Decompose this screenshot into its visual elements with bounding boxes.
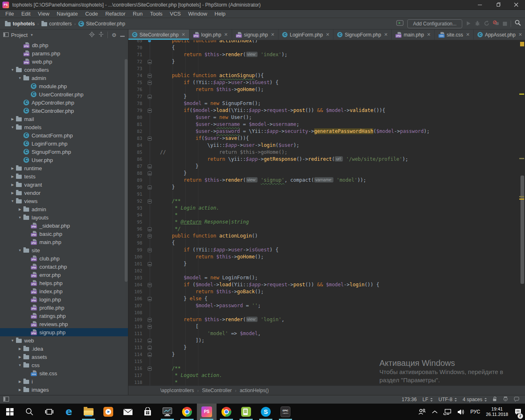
menu-window[interactable]: Window bbox=[185, 11, 211, 17]
menu-run[interactable]: Run bbox=[129, 11, 146, 17]
tree-item-site[interactable]: ▼site bbox=[0, 246, 128, 254]
collapse-all-icon[interactable] bbox=[98, 32, 104, 38]
chevron-down-icon[interactable]: ▼ bbox=[9, 339, 16, 342]
chevron-right-icon[interactable]: ▶ bbox=[9, 175, 16, 178]
encoding-selector[interactable]: UTF-8 bbox=[438, 397, 457, 402]
tree-item-layouts[interactable]: ▼layouts bbox=[0, 213, 128, 221]
fold-end-icon[interactable] bbox=[148, 346, 152, 350]
taskbar-edge[interactable]: e bbox=[59, 404, 79, 420]
taskbar-store[interactable] bbox=[138, 404, 158, 420]
fold-end-icon[interactable] bbox=[148, 164, 152, 169]
language-indicator[interactable]: РУС bbox=[468, 404, 483, 420]
chevron-down-icon[interactable]: ▼ bbox=[16, 216, 23, 219]
chevron-right-icon[interactable]: ▶ bbox=[16, 388, 23, 392]
fold-end-icon[interactable] bbox=[148, 262, 152, 266]
fold-end-icon[interactable] bbox=[148, 185, 152, 189]
tree-item-controllers[interactable]: ▼controllers bbox=[0, 66, 128, 74]
tree-item-i[interactable]: ▶i bbox=[0, 377, 128, 386]
tree-item-tests[interactable]: ▶tests bbox=[0, 172, 128, 180]
tree-item-images[interactable]: ▶images bbox=[0, 386, 128, 394]
menu-edit[interactable]: Edit bbox=[18, 11, 34, 17]
breadcrumb-item-SiteController.php[interactable]: CSiteController.php bbox=[78, 21, 125, 27]
inspection-profile-icon[interactable] bbox=[503, 396, 508, 403]
editor-scrollbar-thumb[interactable] bbox=[520, 176, 524, 284]
fold-end-icon[interactable] bbox=[148, 297, 152, 301]
taskbar-skype[interactable]: S bbox=[256, 404, 276, 420]
fold-start-icon[interactable] bbox=[148, 109, 152, 113]
taskbar-phpstorm[interactable]: PS bbox=[197, 404, 217, 420]
toggle-tool-windows-icon[interactable] bbox=[3, 397, 9, 403]
chevron-down-icon[interactable]: ▼ bbox=[9, 68, 16, 72]
code-editor[interactable]: 69 public function actionIndex()70 {71 r… bbox=[128, 40, 525, 386]
fold-end-icon[interactable] bbox=[148, 95, 152, 99]
tree-item-site.css[interactable]: csssite.css bbox=[0, 369, 128, 377]
chevron-down-icon[interactable]: ▼ bbox=[16, 363, 23, 367]
indent-selector[interactable]: 4 spaces bbox=[463, 397, 487, 402]
fold-start-icon[interactable] bbox=[148, 283, 152, 287]
breadcrumb-item-controllers[interactable]: controllers bbox=[41, 21, 72, 27]
chevron-right-icon[interactable]: ▶ bbox=[9, 167, 16, 170]
fold-end-icon[interactable] bbox=[148, 339, 152, 343]
fold-start-icon[interactable] bbox=[148, 74, 152, 78]
menu-code[interactable]: Code bbox=[82, 11, 102, 17]
tree-item-web.php[interactable]: phpweb.php bbox=[0, 57, 128, 66]
close-tab-icon[interactable]: ✕ bbox=[518, 32, 522, 37]
method-marker-icon[interactable] bbox=[148, 40, 151, 42]
chevron-down-icon[interactable]: ▼ bbox=[9, 199, 16, 203]
volume-icon[interactable] bbox=[454, 404, 468, 420]
tree-item-db.php[interactable]: phpdb.php bbox=[0, 41, 128, 49]
tree-item-assets[interactable]: ▶assets bbox=[0, 353, 128, 361]
tree-item-views[interactable]: ▼views bbox=[0, 197, 128, 205]
taskbar-search[interactable] bbox=[20, 404, 39, 420]
minimize-button[interactable] bbox=[471, 0, 489, 9]
menu-navigate[interactable]: Navigate bbox=[53, 11, 81, 17]
tree-item-main.php[interactable]: phpmain.php bbox=[0, 238, 128, 246]
editor-tab-login.php[interactable]: phplogin.php✕ bbox=[189, 30, 232, 40]
tree-item-User.php[interactable]: CUser.php bbox=[0, 156, 128, 164]
tree-item-runtime[interactable]: ▶runtime bbox=[0, 164, 128, 172]
editor-tab-SiteController.php[interactable]: CSiteController.php✕ bbox=[128, 30, 189, 40]
readonly-lock-icon[interactable] bbox=[493, 397, 497, 403]
editor-tab-SignupForm.php[interactable]: CSignupForm.php✕ bbox=[333, 30, 392, 40]
tree-item-params.php[interactable]: phpparams.php bbox=[0, 49, 128, 57]
chevron-right-icon[interactable]: ▶ bbox=[9, 191, 16, 195]
tree-item-SignupForm.php[interactable]: CSignupForm.php bbox=[0, 148, 128, 156]
editor-tab-signup.php[interactable]: phpsignup.php✕ bbox=[232, 30, 279, 40]
maximize-button[interactable] bbox=[489, 0, 507, 9]
tree-item-login.php[interactable]: phplogin.php bbox=[0, 295, 128, 304]
tree-item-models[interactable]: ▼models bbox=[0, 123, 128, 131]
fold-start-icon[interactable] bbox=[148, 367, 152, 371]
fold-start-icon[interactable] bbox=[148, 248, 152, 252]
tree-item-LoginForm.php[interactable]: CLoginForm.php bbox=[0, 139, 128, 148]
tree-item-reviews.php[interactable]: phpreviews.php bbox=[0, 320, 128, 328]
editor-breadcrumb-item[interactable]: actionHelps() bbox=[240, 388, 269, 393]
taskbar-epic-games[interactable]: EPICGAMES bbox=[276, 404, 295, 420]
close-tab-icon[interactable]: ✕ bbox=[466, 32, 470, 37]
locate-icon[interactable] bbox=[89, 32, 95, 39]
notification-center-icon[interactable]: 2 bbox=[511, 404, 525, 420]
taskbar-system-monitor[interactable] bbox=[158, 404, 177, 420]
taskbar-chrome[interactable] bbox=[177, 404, 197, 420]
menu-file[interactable]: File bbox=[2, 11, 18, 17]
fold-start-icon[interactable] bbox=[148, 318, 152, 322]
tree-item-admin[interactable]: ▼admin bbox=[0, 74, 128, 82]
chevron-down-icon[interactable]: ▼ bbox=[16, 76, 23, 80]
settings-gear-icon[interactable]: ⚙ bbox=[112, 32, 116, 38]
close-button[interactable] bbox=[507, 0, 525, 9]
tree-item-AppController.php[interactable]: CAppController.php bbox=[0, 98, 128, 107]
chevron-right-icon[interactable]: ▶ bbox=[9, 183, 16, 187]
editor-tab-site.css[interactable]: csssite.css✕ bbox=[435, 30, 474, 40]
search-everywhere-icon[interactable] bbox=[515, 20, 521, 27]
taskbar-file-explorer[interactable] bbox=[79, 404, 98, 420]
tree-item-helps.php[interactable]: phphelps.php bbox=[0, 279, 128, 287]
error-stripe[interactable] bbox=[519, 40, 525, 386]
tree-item-error.php[interactable]: phperror.php bbox=[0, 271, 128, 279]
tree-item-mail[interactable]: ▶mail bbox=[0, 115, 128, 123]
fold-start-icon[interactable] bbox=[148, 325, 152, 329]
tree-item-module.php[interactable]: Cmodule.php bbox=[0, 82, 128, 90]
close-tab-icon[interactable]: ✕ bbox=[224, 32, 228, 37]
clock[interactable]: 19:4126.11.2018 bbox=[483, 404, 511, 420]
chevron-right-icon[interactable]: ▶ bbox=[16, 380, 23, 383]
project-scrollbar-thumb[interactable] bbox=[125, 59, 128, 282]
people-icon[interactable] bbox=[415, 404, 429, 420]
